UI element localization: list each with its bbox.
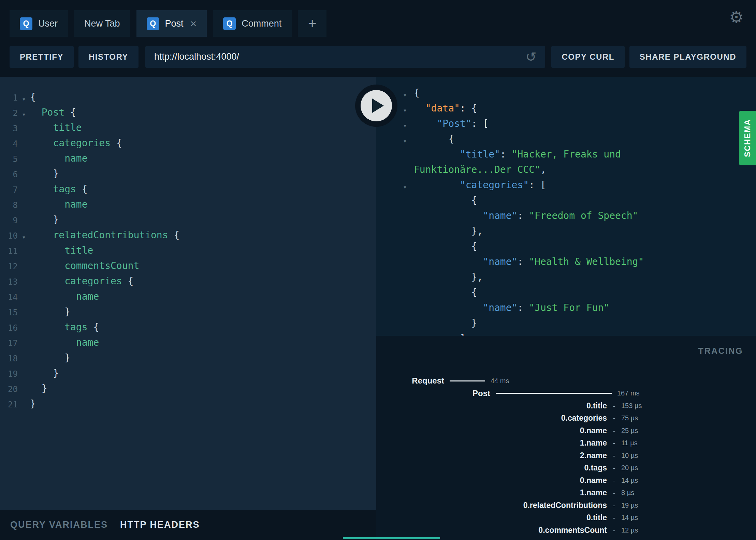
code-token: name: [64, 199, 87, 210]
tracing-field-row: 0.name-14 µs: [376, 474, 756, 487]
fold-gutter: [396, 254, 414, 256]
tab-label: Comment: [242, 18, 281, 29]
execute-query-button[interactable]: [355, 85, 397, 127]
code-token: {: [70, 107, 76, 118]
line-number: 13: [0, 273, 18, 290]
code-line: 2▾ Post {: [0, 105, 376, 120]
fold-arrow-icon[interactable]: ▾: [396, 116, 414, 133]
code-token: :: [500, 149, 512, 160]
fold-arrow-icon[interactable]: ▾: [18, 105, 30, 122]
code-text: {: [30, 89, 36, 105]
reload-icon[interactable]: ↺: [526, 50, 537, 63]
code-token: [30, 229, 53, 241]
code-text: name: [30, 289, 99, 304]
tab-new-tab[interactable]: New Tab: [74, 10, 130, 37]
fold-arrow-icon[interactable]: ▾: [396, 131, 414, 149]
tab-comment[interactable]: QComment: [213, 10, 292, 37]
line-number: 20: [0, 381, 18, 397]
fold-gutter: [396, 147, 414, 149]
tracing-field-label: 0.title: [376, 401, 607, 410]
code-line: ▾ "categories": [: [396, 177, 756, 193]
code-token: }: [42, 383, 47, 394]
code-token: [414, 317, 471, 329]
tracing-time: 14 µs: [621, 514, 638, 522]
code-text: {: [414, 239, 477, 254]
tracing-field-label: 1.name: [376, 438, 607, 448]
close-tab-icon[interactable]: ×: [190, 18, 197, 29]
code-line: 20 }: [0, 381, 376, 396]
code-line: "title": "Hacker, Freaks und: [396, 147, 756, 162]
tracing-rows: Request44 msPost167 ms0.title-153 µs0.ca…: [376, 375, 756, 537]
code-token: : {: [460, 103, 477, 114]
fold-gutter: [396, 223, 414, 225]
fold-arrow-icon[interactable]: ▾: [396, 101, 414, 118]
code-token: "data": [425, 103, 460, 114]
fold-arrow-icon[interactable]: ▾: [396, 177, 414, 195]
tracing-field-row: 0.name-25 µs: [376, 424, 756, 437]
code-line: {: [396, 193, 756, 208]
code-line: ▾ "data": {: [396, 101, 756, 116]
code-token: [414, 103, 425, 114]
code-token: [30, 291, 76, 302]
fold-gutter: [18, 120, 30, 122]
line-number: 17: [0, 335, 18, 351]
code-token: [414, 118, 437, 129]
http-headers-tab[interactable]: HTTP HEADERS: [120, 520, 200, 530]
code-token: [414, 256, 483, 267]
query-variables-tab[interactable]: QUERY VARIABLES: [10, 520, 108, 530]
fold-arrow-icon[interactable]: ▾: [396, 85, 414, 103]
code-token: name: [76, 291, 99, 302]
code-token: {: [414, 87, 420, 99]
code-token: [414, 179, 460, 191]
code-token: }: [53, 168, 59, 179]
dash: -: [607, 451, 621, 460]
add-tab-button[interactable]: +: [298, 10, 326, 37]
line-number: 5: [0, 151, 18, 167]
tab-label: Post: [165, 18, 184, 29]
partial-element-indicator: [343, 537, 440, 539]
graphql-playground-app: QUserNew TabQPost×QComment + ⚙ PRETTIFY …: [0, 0, 756, 540]
code-text: }: [30, 166, 59, 181]
code-token: }: [30, 398, 36, 409]
line-number: 19: [0, 365, 18, 382]
toolbar: PRETTIFY HISTORY ↺ COPY CURL SHARE PLAYG…: [0, 37, 756, 77]
fold-gutter: [396, 285, 414, 287]
schema-side-tab[interactable]: SCHEMA: [739, 111, 756, 165]
code-token: : [: [471, 118, 489, 129]
tracing-pane[interactable]: TRACING Request44 msPost167 ms0.title-15…: [376, 336, 756, 540]
code-text: {: [414, 285, 477, 300]
settings-gear-icon[interactable]: ⚙: [729, 9, 744, 25]
tab-post[interactable]: QPost×: [136, 10, 207, 37]
tracing-field-label: 2.name: [376, 451, 607, 460]
dash: -: [607, 501, 621, 510]
query-editor-pane[interactable]: 1▾{2▾ Post {3 title4 categories {5 name6…: [0, 77, 376, 540]
prettify-button[interactable]: PRETTIFY: [10, 46, 74, 68]
code-token: [30, 122, 53, 133]
share-playground-button[interactable]: SHARE PLAYGROUND: [629, 46, 746, 68]
code-token: [30, 383, 42, 394]
tracing-field-row: 1.name-11 µs: [376, 437, 756, 450]
fold-arrow-icon[interactable]: ▾: [18, 89, 30, 107]
code-text: }: [30, 350, 70, 365]
fold-arrow-icon[interactable]: ▾: [18, 227, 30, 245]
code-line: 7 tags {: [0, 181, 376, 197]
code-token: tags: [64, 321, 93, 333]
response-pane[interactable]: ▾{▾ "data": {▾ "Post": [▾ { "title": "Ha…: [376, 77, 756, 336]
code-token: [30, 368, 53, 379]
tracing-time: 44 ms: [491, 377, 509, 385]
tracing-duration-bar: [496, 393, 612, 394]
line-number: 16: [0, 319, 18, 336]
code-text: "categories": [: [414, 177, 546, 193]
code-token: "name": [483, 302, 517, 313]
code-token: [414, 195, 471, 206]
code-line: 5 name: [0, 151, 376, 166]
code-line: 13 categories {: [0, 273, 376, 289]
tab-user[interactable]: QUser: [10, 10, 68, 37]
code-line: "name": "Just For Fun": [396, 300, 756, 315]
dash: -: [607, 463, 621, 472]
endpoint-url-input[interactable]: [154, 51, 520, 62]
tracing-time: 153 µs: [621, 402, 642, 410]
history-button[interactable]: HISTORY: [78, 46, 139, 68]
tracing-time: 10 µs: [621, 452, 638, 460]
copy-curl-button[interactable]: COPY CURL: [551, 46, 624, 68]
